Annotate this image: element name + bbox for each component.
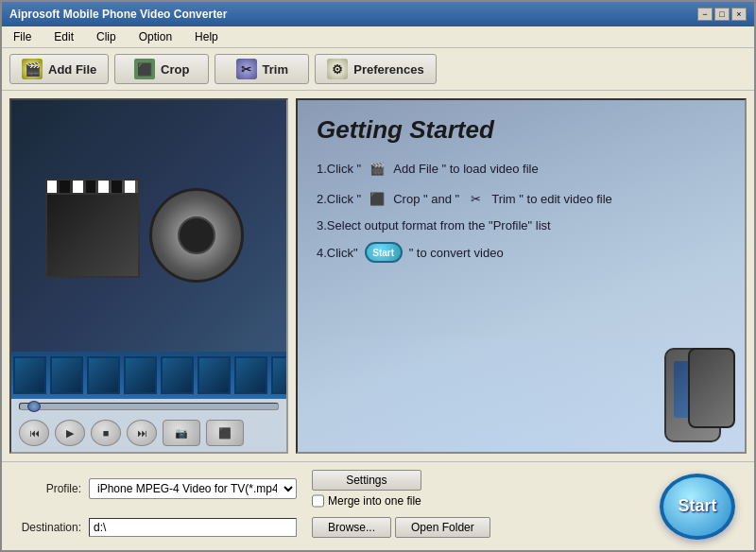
film-frame bbox=[271, 356, 286, 394]
menu-help[interactable]: Help bbox=[187, 28, 226, 45]
close-button[interactable]: × bbox=[731, 8, 747, 21]
trim-label: Trim bbox=[263, 62, 288, 77]
title-bar: Aiprosoft Mobile Phone Video Converter −… bbox=[2, 2, 754, 26]
clapperboard-icon bbox=[45, 179, 149, 273]
clapper-body bbox=[45, 193, 140, 278]
crop-label: Crop bbox=[161, 62, 189, 77]
instruction-2-text1: 2.Click " bbox=[317, 192, 361, 206]
minimize-button[interactable]: − bbox=[697, 8, 713, 21]
film-reel-icon bbox=[149, 188, 244, 283]
trim-icon: ✂ bbox=[236, 59, 257, 79]
film-frame bbox=[234, 356, 267, 394]
open-folder-button[interactable]: Open Folder bbox=[395, 517, 490, 538]
screenshot-button[interactable]: 📷 bbox=[163, 420, 200, 446]
rewind-button[interactable]: ⏮ bbox=[19, 420, 49, 446]
preferences-label: Preferences bbox=[353, 62, 423, 77]
toolbar: 🎬 Add File ⬛ Crop ✂ Trim ⚙ Preferences bbox=[2, 48, 754, 91]
merge-label: Merge into one file bbox=[328, 494, 421, 508]
instruction-1-text1: 1.Click " bbox=[317, 162, 361, 176]
phone2 bbox=[688, 348, 735, 428]
preferences-button[interactable]: ⚙ Preferences bbox=[315, 54, 436, 84]
instruction-list: 1.Click " 🎬 Add File " to load video fil… bbox=[317, 158, 726, 263]
progress-thumb[interactable] bbox=[27, 401, 41, 412]
getting-started-panel: Getting Started 1.Click " 🎬 Add File " t… bbox=[296, 98, 747, 454]
start-button-label: Start bbox=[678, 496, 716, 516]
menu-option[interactable]: Option bbox=[131, 28, 180, 45]
stop-button[interactable]: ■ bbox=[91, 420, 121, 446]
window-title: Aiprosoft Mobile Phone Video Converter bbox=[9, 8, 227, 21]
instruction-4: 4.Click" Start " to convert video bbox=[317, 242, 726, 263]
start-button[interactable]: Start bbox=[660, 474, 735, 540]
menu-edit[interactable]: Edit bbox=[46, 28, 81, 45]
browse-button[interactable]: Browse... bbox=[312, 517, 391, 538]
window-controls: − □ × bbox=[697, 8, 747, 21]
profile-select[interactable]: iPhone MPEG-4 Video for TV(*.mp4) bbox=[89, 478, 297, 499]
browse-open-buttons: Browse... Open Folder bbox=[312, 517, 490, 538]
bottom-bar: Profile: iPhone MPEG-4 Video for TV(*.mp… bbox=[2, 461, 754, 550]
video-placeholder bbox=[36, 169, 263, 330]
fast-forward-button[interactable]: ⏭ bbox=[127, 420, 157, 446]
instruction-3: 3.Select output format from the "Profile… bbox=[317, 218, 726, 233]
progress-track[interactable] bbox=[19, 403, 279, 410]
profile-row: Profile: iPhone MPEG-4 Video for TV(*.mp… bbox=[13, 470, 660, 508]
instruction-2-text3: Trim " to edit video file bbox=[491, 192, 612, 206]
maximize-button[interactable]: □ bbox=[714, 8, 730, 21]
merge-checkbox[interactable] bbox=[312, 494, 324, 508]
play-button[interactable]: ▶ bbox=[55, 420, 85, 446]
instruction-4-text1: 4.Click" bbox=[317, 246, 358, 260]
film-frame bbox=[198, 356, 231, 394]
video-display-area bbox=[11, 100, 286, 399]
profile-label: Profile: bbox=[13, 482, 81, 495]
add-file-label: Add File bbox=[48, 62, 96, 77]
start-inline-button: Start bbox=[365, 242, 403, 263]
trim-inline-icon: ✂ bbox=[465, 188, 486, 209]
getting-started-title: Getting Started bbox=[317, 115, 726, 145]
destination-label: Destination: bbox=[13, 521, 81, 534]
menu-bar: File Edit Clip Option Help bbox=[2, 26, 754, 48]
instruction-3-text: 3.Select output format from the "Profile… bbox=[317, 218, 551, 233]
crop-inline-icon: ⬛ bbox=[367, 188, 387, 209]
reel-outer bbox=[149, 188, 244, 283]
film-frame bbox=[124, 356, 157, 394]
add-file-button[interactable]: 🎬 Add File bbox=[9, 54, 109, 84]
film-frame bbox=[13, 356, 46, 394]
film-frame bbox=[87, 356, 120, 394]
main-window: Aiprosoft Mobile Phone Video Converter −… bbox=[0, 0, 756, 552]
destination-row: Destination: Browse... Open Folder bbox=[13, 517, 660, 538]
instruction-1-text2: Add File " to load video file bbox=[393, 162, 538, 176]
film-frame bbox=[50, 356, 83, 394]
trim-button[interactable]: ✂ Trim bbox=[215, 54, 309, 84]
action-buttons: Settings Merge into one file bbox=[312, 470, 421, 508]
player-controls: ⏮ ▶ ■ ⏭ 📷 ⬛ bbox=[11, 414, 286, 452]
instruction-2-text2: Crop " and " bbox=[393, 192, 459, 206]
film-strip bbox=[11, 352, 286, 399]
bottom-controls-row: Profile: iPhone MPEG-4 Video for TV(*.mp… bbox=[13, 470, 743, 543]
progress-bar-area bbox=[11, 399, 286, 414]
instruction-4-text2: " to convert video bbox=[409, 246, 504, 260]
phone-illustration bbox=[650, 338, 735, 442]
main-content: ⏮ ▶ ■ ⏭ 📷 ⬛ Getting Started 1.Click " 🎬 … bbox=[2, 91, 754, 461]
menu-clip[interactable]: Clip bbox=[89, 28, 124, 45]
settings-button[interactable]: Settings bbox=[312, 470, 421, 491]
reel-inner bbox=[178, 216, 215, 254]
profile-destination-area: Profile: iPhone MPEG-4 Video for TV(*.mp… bbox=[13, 470, 660, 543]
crop-button[interactable]: ⬛ Crop bbox=[114, 54, 209, 84]
menu-file[interactable]: File bbox=[6, 28, 39, 45]
merge-row: Merge into one file bbox=[312, 494, 421, 508]
film-frame bbox=[161, 356, 194, 394]
instruction-1: 1.Click " 🎬 Add File " to load video fil… bbox=[317, 158, 726, 179]
video-player-panel: ⏮ ▶ ■ ⏭ 📷 ⬛ bbox=[9, 98, 288, 454]
add-file-inline-icon: 🎬 bbox=[367, 158, 387, 179]
crop-icon: ⬛ bbox=[134, 59, 155, 79]
destination-input[interactable] bbox=[89, 518, 297, 537]
fullscreen-button[interactable]: ⬛ bbox=[206, 420, 244, 446]
add-file-icon: 🎬 bbox=[22, 59, 43, 79]
preferences-icon: ⚙ bbox=[327, 59, 348, 79]
instruction-2: 2.Click " ⬛ Crop " and " ✂ Trim " to edi… bbox=[317, 188, 726, 209]
